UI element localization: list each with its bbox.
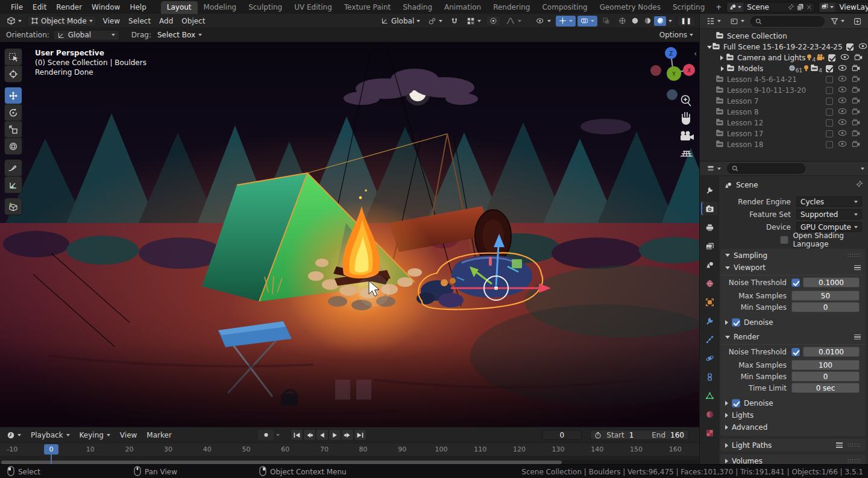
proportional-editing-toggle[interactable] [486, 16, 501, 27]
properties-tab-particles-icon[interactable] [701, 333, 718, 346]
expand-icon[interactable] [718, 55, 726, 60]
tab-+[interactable]: + [711, 1, 726, 14]
playhead[interactable]: 0 [44, 444, 58, 454]
options-dropdown[interactable]: Options [659, 31, 693, 39]
current-frame-field[interactable]: 0 [542, 430, 582, 440]
noise-threshold-checkbox[interactable] [791, 278, 800, 287]
exclude-checkbox[interactable] [828, 54, 835, 61]
camera-restrict-icon[interactable] [852, 130, 860, 139]
drag-handle-icon[interactable]: :::::: [848, 442, 861, 448]
orientation-setting-dropdown[interactable]: Global [53, 30, 119, 40]
show-overlays-toggle[interactable] [577, 16, 597, 27]
tab-geometry-nodes[interactable]: Geometry Nodes [594, 1, 667, 14]
eye-icon[interactable] [838, 130, 847, 138]
outliner-row[interactable]: Lesson 9-10-11-13-20 [700, 85, 868, 96]
show-gizmo-toggle[interactable] [556, 16, 576, 27]
exclude-checkbox[interactable] [826, 65, 833, 72]
exclude-checkbox[interactable] [826, 108, 833, 116]
menu-help[interactable]: Help [125, 2, 151, 13]
play-reverse-icon[interactable] [316, 430, 328, 440]
pin-icon[interactable] [856, 180, 863, 189]
outliner-row[interactable]: Lesson 18 [700, 139, 868, 150]
properties-tab-modifiers-icon[interactable] [701, 314, 718, 327]
preset-menu-icon[interactable] [854, 265, 861, 271]
lights-subpanel-header[interactable]: Lights [720, 409, 866, 421]
play-icon[interactable] [329, 430, 341, 440]
tab-texture-paint[interactable]: Texture Paint [338, 1, 397, 14]
snap-settings-dropdown[interactable] [464, 16, 484, 27]
min-samples-field[interactable]: 0 [791, 302, 860, 312]
next-keyframe-icon[interactable] [342, 430, 353, 440]
cursor-tool[interactable] [5, 66, 22, 82]
snap-toggle[interactable] [447, 16, 462, 27]
properties-tab-physics-icon[interactable] [701, 351, 718, 365]
pivot-point-dropdown[interactable] [425, 16, 445, 27]
eye-icon[interactable] [858, 43, 867, 51]
properties-options-icon[interactable] [861, 168, 864, 170]
exclude-checkbox[interactable] [826, 98, 833, 105]
outliner-row[interactable]: Camera and Lights 4 [700, 52, 868, 63]
navigation-gizmo[interactable]: Z X Y [648, 45, 699, 196]
mode-dropdown[interactable]: Object Mode [27, 16, 96, 27]
tab-uv-editing[interactable]: UV Editing [288, 1, 338, 14]
tab-animation[interactable]: Animation [438, 1, 487, 14]
eye-icon[interactable] [838, 86, 847, 95]
timeline-ruler[interactable]: -100102030405060708090100110120130140150… [0, 442, 699, 456]
outliner-row[interactable]: Lesson 8 [700, 107, 868, 118]
properties-tab-scene-icon[interactable] [701, 258, 718, 271]
rotate-tool[interactable] [5, 104, 22, 121]
properties-tab-view-layer-icon[interactable] [701, 239, 718, 253]
outliner-row[interactable]: Full Scene 15-16-19-22-23-24-25 [700, 42, 868, 52]
max-samples-field[interactable]: 100 [791, 360, 860, 370]
tab-modeling[interactable]: Modeling [198, 1, 243, 14]
jump-to-start-icon[interactable] [291, 430, 303, 440]
viewport-subpanel-header[interactable]: Viewport [720, 262, 866, 274]
exclude-checkbox[interactable] [846, 43, 854, 51]
tab-scripting[interactable]: Scripting [667, 1, 711, 14]
camera-restrict-icon[interactable] [852, 119, 860, 128]
view-layer-name[interactable]: ViewLayer [835, 3, 868, 11]
advanced-subpanel-header[interactable]: Advanced [720, 421, 866, 433]
noise-threshold-field[interactable]: 0.1000 [803, 277, 860, 288]
timeline-menu-keying[interactable]: Keying [75, 430, 115, 441]
properties-tab-texture-icon[interactable] [701, 426, 718, 439]
properties-tab-output-icon[interactable] [701, 221, 718, 234]
noise-threshold-field[interactable]: 0.0100 [803, 347, 860, 357]
eye-icon[interactable] [840, 54, 849, 62]
prev-keyframe-icon[interactable] [304, 430, 315, 440]
exclude-checkbox[interactable] [826, 76, 833, 83]
toggle-xray-button[interactable] [599, 16, 613, 27]
outliner-row[interactable]: Scene Collection [700, 31, 868, 42]
start-frame-field[interactable]: 1 [629, 431, 634, 439]
keying-extra-dropdown[interactable] [276, 434, 280, 436]
menu-edit[interactable]: Edit [28, 2, 51, 13]
drag-handle-icon[interactable]: :::::: [848, 253, 861, 258]
properties-tab-object-icon[interactable] [701, 295, 718, 309]
eye-icon[interactable] [838, 75, 847, 84]
proportional-falloff-dropdown[interactable] [503, 16, 524, 27]
properties-tab-object-data-icon[interactable] [701, 389, 718, 402]
select-box-tool[interactable] [5, 49, 22, 65]
viewport-denoise-checkbox[interactable] [732, 318, 740, 327]
properties-editor-icon[interactable] [703, 163, 724, 174]
max-samples-field[interactable]: 50 [791, 291, 860, 301]
expand-icon[interactable] [718, 66, 726, 71]
preset-menu-icon[interactable] [836, 442, 843, 448]
properties-tab-tool-icon[interactable] [701, 183, 718, 197]
scene-icon[interactable] [727, 2, 743, 12]
outliner-row[interactable]: Lesson 4-5-6-14-21 [700, 74, 868, 85]
breadcrumb-scene-label[interactable]: Scene [736, 181, 758, 189]
outliner-options-icon[interactable] [851, 16, 864, 27]
min-samples-field[interactable]: 0 [791, 371, 860, 382]
pause-render-button[interactable]: ❚❚ [677, 16, 696, 27]
tab-shading[interactable]: Shading [397, 1, 438, 14]
camera-restrict-icon[interactable] [852, 64, 860, 74]
rendered-shading-button[interactable] [654, 16, 666, 26]
measure-tool[interactable] [5, 177, 22, 193]
outliner-row[interactable]: Lesson 17 [700, 128, 868, 139]
viewport-menu-add[interactable]: Add [155, 16, 177, 27]
eye-icon[interactable] [838, 140, 847, 149]
render-engine-dropdown[interactable]: Cycles [796, 197, 862, 207]
auto-keying-button[interactable] [258, 430, 274, 440]
menu-render[interactable]: Render [51, 2, 87, 13]
